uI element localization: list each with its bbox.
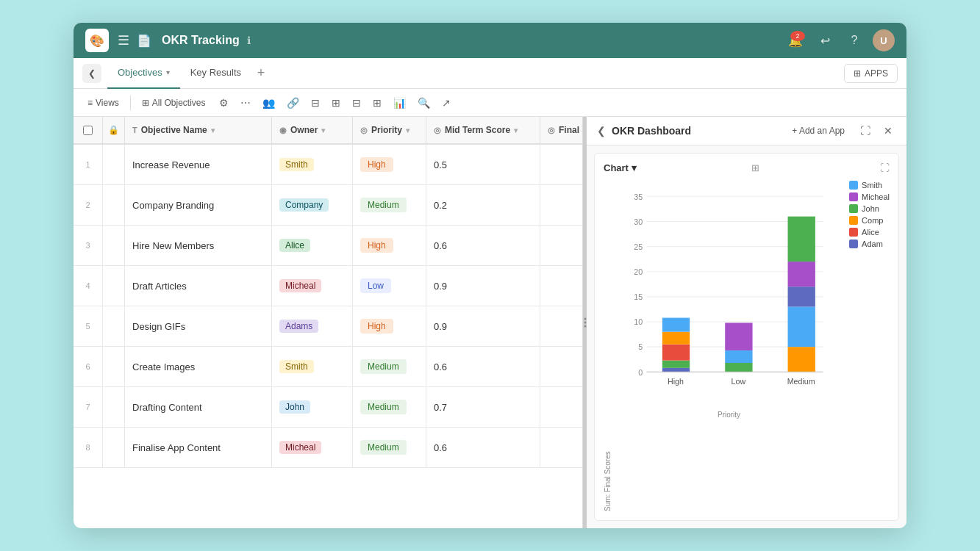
main-content: 🔒 T Objective Name ▾ ◉ Owner ▾ ◎ Priorit…: [74, 117, 906, 528]
final-score-cell: [540, 145, 583, 184]
people-icon[interactable]: 👥: [259, 95, 279, 111]
objective-name-cell[interactable]: Hire New Members: [125, 226, 272, 265]
views-button[interactable]: ≡ Views: [82, 96, 124, 110]
add-app-button[interactable]: + Add an App: [786, 123, 851, 138]
priority-cell[interactable]: High: [353, 226, 426, 265]
table-row: 8 Finalise App Content Micheal Medium 0.…: [74, 428, 582, 468]
sort-icon[interactable]: ⊞: [369, 95, 385, 111]
priority-cell[interactable]: Medium: [353, 347, 426, 386]
legend-color-alice: [849, 228, 858, 237]
add-tab-button[interactable]: +: [251, 64, 271, 83]
priority-badge: Medium: [360, 440, 407, 455]
th-objective-arrow[interactable]: ▾: [211, 126, 215, 134]
th-final-score[interactable]: ◎ Final Score: [540, 117, 583, 143]
user-avatar[interactable]: U: [873, 29, 895, 51]
search-icon[interactable]: 🔍: [414, 95, 434, 111]
priority-cell[interactable]: High: [353, 145, 426, 184]
more-icon[interactable]: ⋯: [237, 95, 254, 111]
dashboard-collapse-icon[interactable]: ❮: [597, 125, 606, 137]
legend-item-alice: Alice: [849, 228, 890, 237]
row-lock: [103, 185, 125, 225]
priority-cell[interactable]: Medium: [353, 185, 426, 225]
legend-label-comp: Comp: [862, 216, 883, 225]
link-icon[interactable]: 🔗: [283, 95, 303, 111]
owner-cell[interactable]: Micheal: [272, 428, 353, 467]
row-lock: [103, 306, 125, 346]
layout-icon[interactable]: ⊟: [307, 95, 323, 111]
objective-name-cell[interactable]: Increase Revenue: [125, 145, 272, 184]
y-axis-label: Sum: Final Scores: [604, 181, 612, 511]
chart-icon[interactable]: 📊: [390, 95, 409, 111]
table-header: 🔒 T Objective Name ▾ ◉ Owner ▾ ◎ Priorit…: [74, 117, 582, 145]
objective-name-cell[interactable]: Design GIFs: [125, 306, 272, 346]
settings-icon[interactable]: ⚙: [215, 95, 232, 111]
th-midterm-arrow[interactable]: ▾: [514, 126, 518, 134]
info-icon[interactable]: ℹ: [247, 35, 251, 46]
th-owner[interactable]: ◉ Owner ▾: [272, 117, 353, 143]
owner-cell[interactable]: Company: [272, 185, 353, 225]
select-all-checkbox[interactable]: [74, 117, 103, 143]
row-number: 6: [74, 347, 103, 386]
columns-icon[interactable]: ⊞: [328, 95, 344, 111]
table-row: 7 Drafting Content John Medium 0.7: [74, 387, 582, 428]
doc-icon: 📄: [137, 34, 151, 48]
th-priority-arrow[interactable]: ▾: [406, 126, 409, 134]
th-objective-name[interactable]: T Objective Name ▾: [125, 117, 272, 143]
th-mid-term[interactable]: ◎ Mid Term Score ▾: [426, 117, 540, 143]
table-row: 2 Company Branding Company Medium 0.2: [74, 185, 582, 226]
priority-cell[interactable]: Medium: [353, 428, 426, 467]
priority-cell[interactable]: Medium: [353, 387, 426, 427]
chart-settings-icon[interactable]: ⊞: [751, 162, 759, 173]
share-icon[interactable]: ↗: [438, 95, 454, 111]
objective-name-cell[interactable]: Draft Articles: [125, 266, 272, 306]
objective-name-cell[interactable]: Company Branding: [125, 185, 272, 225]
apps-button[interactable]: ⊞ APPS: [844, 64, 898, 83]
th-priority[interactable]: ◎ Priority ▾: [353, 117, 426, 143]
notification-button[interactable]: 🔔 2: [784, 29, 806, 51]
objective-name-cell[interactable]: Drafting Content: [125, 387, 272, 427]
close-icon[interactable]: ✕: [880, 123, 896, 139]
svg-rect-19: [662, 332, 690, 345]
owner-cell[interactable]: Micheal: [272, 266, 353, 306]
expand-icon[interactable]: ⛶: [856, 123, 874, 139]
svg-text:30: 30: [634, 217, 643, 226]
owner-cell[interactable]: Smith: [272, 347, 353, 386]
row-number: 4: [74, 266, 103, 306]
owner-cell[interactable]: Alice: [272, 226, 353, 265]
row-number: 2: [74, 185, 103, 225]
row-lock: [103, 387, 125, 427]
dashboard-header: ❮ OKR Dashboard + Add an App ⛶ ✕: [587, 117, 906, 145]
mid-term-cell: 0.5: [426, 145, 540, 184]
tab-key-results[interactable]: Key Results: [180, 58, 251, 89]
help-button[interactable]: ?: [843, 29, 865, 51]
menu-icon[interactable]: ☰: [118, 32, 129, 48]
row-number: 3: [74, 226, 103, 265]
checkbox-input[interactable]: [83, 126, 93, 135]
final-score-cell: [540, 387, 583, 427]
owner-badge: Micheal: [279, 279, 321, 292]
mid-term-cell: 0.6: [426, 226, 540, 265]
owner-cell[interactable]: John: [272, 387, 353, 427]
tab-objectives[interactable]: Objectives ▾: [107, 58, 180, 89]
filter-icon[interactable]: ⊟: [348, 95, 365, 111]
owner-cell[interactable]: Smith: [272, 145, 353, 184]
history-button[interactable]: ↩: [814, 29, 836, 51]
legend-color-adam: [849, 240, 858, 248]
th-owner-arrow[interactable]: ▾: [321, 126, 325, 134]
chart-expand-icon[interactable]: ⛶: [880, 162, 890, 173]
priority-cell[interactable]: Low: [353, 266, 426, 306]
table-row: 6 Create Images Smith Medium 0.6: [74, 347, 582, 387]
objective-name-cell[interactable]: Finalise App Content: [125, 428, 272, 467]
chart-title-button[interactable]: Chart ▾: [604, 162, 637, 173]
resize-handle[interactable]: [583, 117, 587, 528]
dashboard-title: OKR Dashboard: [612, 125, 780, 137]
all-objectives-button[interactable]: ⊞ All Objectives: [137, 96, 211, 110]
final-score-cell: [540, 347, 583, 386]
final-score-cell: [540, 266, 583, 306]
collapse-button[interactable]: ❮: [82, 64, 101, 83]
objectives-dropdown-arrow[interactable]: ▾: [166, 68, 170, 76]
priority-cell[interactable]: High: [353, 306, 426, 346]
objective-name-cell[interactable]: Create Images: [125, 347, 272, 386]
final-score-cell: [540, 306, 583, 346]
owner-cell[interactable]: Adams: [272, 306, 353, 346]
